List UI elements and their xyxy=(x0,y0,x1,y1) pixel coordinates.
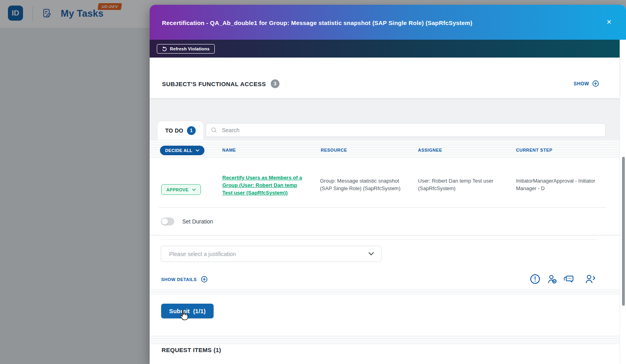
task-name-link[interactable]: Recertify Users as Members of a Group (U… xyxy=(222,174,306,196)
refresh-icon xyxy=(162,46,167,52)
current-step-cell: InitiatorManagerApproval - Initiator Man… xyxy=(516,177,603,192)
chevron-down-icon xyxy=(368,252,374,256)
justification-placeholder: Please select a justification xyxy=(169,251,236,257)
request-items-title: REQUEST ITEMS (1) xyxy=(162,347,221,353)
search-icon xyxy=(211,127,217,133)
screen: ID My Tasks UD-DEV To Do xyxy=(0,0,626,364)
violations-warning-icon[interactable] xyxy=(529,273,541,285)
column-header-current-step: CURRENT STEP xyxy=(516,148,553,152)
tab-to-do[interactable]: TO DO 1 xyxy=(158,121,203,140)
tab-label: TO DO xyxy=(165,127,183,134)
close-icon[interactable]: ✕ xyxy=(607,19,612,25)
divider xyxy=(161,239,597,240)
functional-access-section: SUBJECT'S FUNCTIONAL ACCESS 3 SHOW xyxy=(150,58,620,98)
refresh-violations-label: Refresh Violations xyxy=(170,46,210,51)
refresh-violations-button[interactable]: Refresh Violations xyxy=(157,44,215,54)
show-label: SHOW xyxy=(574,81,589,87)
divider xyxy=(150,235,620,235)
chevron-down-icon xyxy=(196,149,199,152)
forward-user-icon[interactable] xyxy=(584,273,596,285)
tab-count-badge: 1 xyxy=(187,126,196,135)
modal-scrollbar-thumb[interactable] xyxy=(622,157,625,306)
column-header-name: NAME xyxy=(222,148,236,152)
approve-decision-dropdown[interactable]: APPROVE xyxy=(161,184,201,195)
set-duration-toggle[interactable] xyxy=(161,218,174,225)
show-details-label: SHOW DETAILS xyxy=(161,277,197,282)
column-header-resource: RESOURCE xyxy=(321,148,347,152)
section-show-toggle[interactable]: SHOW xyxy=(574,80,599,87)
column-header-assignee: ASSIGNEE xyxy=(418,148,442,152)
assignee-cell: User: Robert Dan temp Test user (SapRfcS… xyxy=(418,177,497,192)
justification-select[interactable]: Please select a justification xyxy=(161,246,381,262)
recertification-modal: Recertification - QA_Ab_double1 for Grou… xyxy=(150,5,626,364)
approve-label: APPROVE xyxy=(166,187,189,192)
chevron-down-icon xyxy=(192,189,196,191)
comments-icon[interactable] xyxy=(563,273,575,285)
show-details-toggle[interactable]: SHOW DETAILS xyxy=(161,276,208,283)
modal-scrollbar-track[interactable] xyxy=(620,40,626,364)
divider xyxy=(150,335,620,345)
search-box xyxy=(206,123,606,137)
search-input[interactable] xyxy=(222,127,601,133)
modal-title: Recertification - QA_Ab_double1 for Grou… xyxy=(162,19,591,26)
table-header: DECIDE ALL NAME RESOURCE ASSIGNEE CURREN… xyxy=(150,140,620,159)
section-title: SUBJECT'S FUNCTIONAL ACCESS xyxy=(162,81,266,87)
divider xyxy=(150,289,620,295)
modal-toolbar: Refresh Violations xyxy=(150,40,620,58)
mouse-cursor xyxy=(179,310,189,322)
modal-header: Recertification - QA_Ab_double1 for Grou… xyxy=(150,5,626,40)
user-check-icon[interactable] xyxy=(546,273,558,285)
plus-circle-icon xyxy=(592,80,599,87)
section-count-badge: 3 xyxy=(271,79,279,88)
decide-all-label: DECIDE ALL xyxy=(165,148,193,153)
plus-circle-icon xyxy=(201,276,208,283)
tab-strip: TO DO 1 xyxy=(150,98,620,140)
set-duration-label: Set Duration xyxy=(182,218,213,225)
resource-cell: Group: Message statistic snapshot (SAP S… xyxy=(320,177,404,192)
toggle-knob xyxy=(162,218,168,225)
table-row: APPROVE Recertify Users as Members of a … xyxy=(159,169,606,208)
decide-all-button[interactable]: DECIDE ALL xyxy=(160,146,204,155)
